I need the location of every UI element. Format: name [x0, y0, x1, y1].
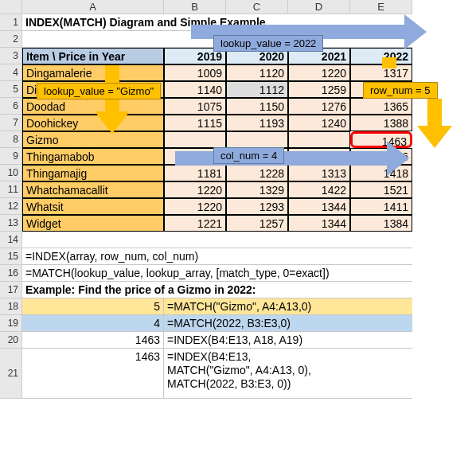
- value-cell[interactable]: 1344: [288, 198, 350, 215]
- item-label[interactable]: Dingamalerie: [22, 64, 164, 81]
- value-cell[interactable]: [288, 131, 350, 148]
- arrow-down-icon: [417, 126, 452, 148]
- value-cell[interactable]: 1388: [350, 115, 412, 131]
- col-header[interactable]: E: [350, 0, 412, 14]
- year-header[interactable]: 2022: [350, 48, 412, 64]
- value-cell[interactable]: 1521: [350, 181, 412, 198]
- row-header[interactable]: 14: [0, 232, 22, 248]
- example-result[interactable]: 5: [22, 298, 164, 315]
- row-header[interactable]: 2: [0, 31, 22, 48]
- row-header[interactable]: 12: [0, 198, 22, 215]
- value-cell[interactable]: 1276: [288, 98, 350, 115]
- item-label[interactable]: Gizmo: [22, 131, 164, 148]
- row-header[interactable]: 13: [0, 215, 22, 232]
- value-cell[interactable]: 1344: [288, 215, 350, 232]
- item-label[interactable]: Whatsit: [22, 198, 164, 215]
- arrow-down-icon: [427, 99, 442, 127]
- callout-row-num: row_num = 5: [363, 82, 438, 99]
- value-cell[interactable]: 1422: [288, 181, 350, 198]
- value-cell[interactable]: 1221: [164, 215, 226, 232]
- value-cell[interactable]: 1313: [288, 165, 350, 181]
- item-label[interactable]: Widget: [22, 215, 164, 232]
- value-cell[interactable]: 1009: [164, 64, 226, 81]
- value-cell[interactable]: 1115: [164, 115, 226, 131]
- formula-line: MATCH("Gizmo", A4:A13, 0),: [167, 364, 311, 376]
- col-header[interactable]: A: [22, 0, 164, 14]
- example-result[interactable]: 4: [22, 315, 164, 332]
- item-label[interactable]: Whatchamacallit: [22, 181, 164, 198]
- value-cell[interactable]: 1140: [164, 81, 226, 98]
- callout-lookup-value-year: lookup_value = 2022: [213, 35, 323, 52]
- value-cell[interactable]: 1365: [350, 98, 412, 115]
- row-header[interactable]: 5: [0, 81, 22, 98]
- value-cell[interactable]: 1293: [226, 198, 288, 215]
- example-result[interactable]: 1463: [22, 349, 164, 399]
- col-header[interactable]: D: [288, 0, 350, 14]
- row-header[interactable]: 16: [0, 265, 22, 282]
- item-label[interactable]: Doohickey: [22, 115, 164, 131]
- row-header[interactable]: 7: [0, 115, 22, 131]
- value-cell[interactable]: 1112: [226, 81, 288, 98]
- blank-cell[interactable]: [22, 232, 412, 248]
- callout-lookup-value-gizmo: lookup_value = "Gizmo": [37, 83, 161, 99]
- value-cell[interactable]: 1181: [164, 165, 226, 181]
- value-cell[interactable]: 1384: [350, 215, 412, 232]
- value-cell[interactable]: 1120: [226, 64, 288, 81]
- row-header[interactable]: 19: [0, 315, 22, 332]
- example-result[interactable]: 1463: [22, 332, 164, 349]
- corner-cell: [0, 0, 22, 14]
- value-cell[interactable]: 1220: [164, 198, 226, 215]
- arrow-right-icon: [387, 141, 409, 176]
- row-header[interactable]: 6: [0, 98, 22, 115]
- value-cell[interactable]: [164, 131, 226, 148]
- row-header[interactable]: 10: [0, 165, 22, 181]
- value-cell[interactable]: 1150: [226, 98, 288, 115]
- example-formula[interactable]: =INDEX(B4:E13, MATCH("Gizmo", A4:A13, 0)…: [164, 349, 412, 399]
- formula-line: MATCH(2022, B3:E3, 0)): [167, 377, 291, 390]
- formula-text[interactable]: =INDEX(array, row_num, col_num): [22, 248, 412, 265]
- table-corner-header[interactable]: Item \ Price in Year: [22, 48, 164, 64]
- value-cell[interactable]: 1317: [350, 64, 412, 81]
- value-cell[interactable]: [226, 131, 288, 148]
- spreadsheet: A B C D E 1 INDEX(MATCH) Diagram and Sim…: [0, 0, 476, 399]
- row-header[interactable]: 3: [0, 48, 22, 64]
- arrow-right-icon: [404, 14, 427, 49]
- value-cell[interactable]: 1228: [226, 165, 288, 181]
- value-cell[interactable]: 1193: [226, 115, 288, 131]
- row-header[interactable]: 4: [0, 64, 22, 81]
- callout-col-num: col_num = 4: [213, 147, 284, 164]
- example-formula[interactable]: =INDEX(B4:E13, A18, A19): [164, 332, 412, 349]
- item-label[interactable]: Thingamajig: [22, 165, 164, 181]
- value-cell[interactable]: 1220: [288, 64, 350, 81]
- col-header[interactable]: C: [226, 0, 288, 14]
- row-header[interactable]: 21: [0, 349, 22, 399]
- value-cell[interactable]: 1329: [226, 181, 288, 198]
- arrow-down-icon: [382, 57, 396, 68]
- value-cell[interactable]: 1257: [226, 215, 288, 232]
- row-header[interactable]: 8: [0, 131, 22, 148]
- value-cell[interactable]: 1411: [350, 198, 412, 215]
- row-header[interactable]: 20: [0, 332, 22, 349]
- value-cell[interactable]: 1075: [164, 98, 226, 115]
- row-header[interactable]: 17: [0, 282, 22, 298]
- value-cell[interactable]: 1259: [288, 81, 350, 98]
- item-label[interactable]: Thingamabob: [22, 148, 164, 165]
- value-cell[interactable]: 1220: [164, 181, 226, 198]
- row-header[interactable]: 15: [0, 248, 22, 265]
- example-formula[interactable]: =MATCH(2022, B3:E3,0): [164, 315, 412, 332]
- col-header[interactable]: B: [164, 0, 226, 14]
- formula-line: =INDEX(B4:E13,: [167, 350, 251, 363]
- example-formula[interactable]: =MATCH("Gizmo", A4:A13,0): [164, 298, 412, 315]
- row-header[interactable]: 9: [0, 148, 22, 165]
- arrow-down-icon: [95, 111, 130, 134]
- row-header[interactable]: 18: [0, 298, 22, 315]
- item-label[interactable]: Doodad: [22, 98, 164, 115]
- example-header[interactable]: Example: Find the price of a Gizmo in 20…: [22, 282, 412, 298]
- formula-text[interactable]: =MATCH(lookup_value, lookup_array, [matc…: [22, 265, 412, 282]
- row-header[interactable]: 11: [0, 181, 22, 198]
- blank-cell[interactable]: [22, 31, 164, 48]
- row-header[interactable]: 1: [0, 14, 22, 31]
- value-cell[interactable]: 1240: [288, 115, 350, 131]
